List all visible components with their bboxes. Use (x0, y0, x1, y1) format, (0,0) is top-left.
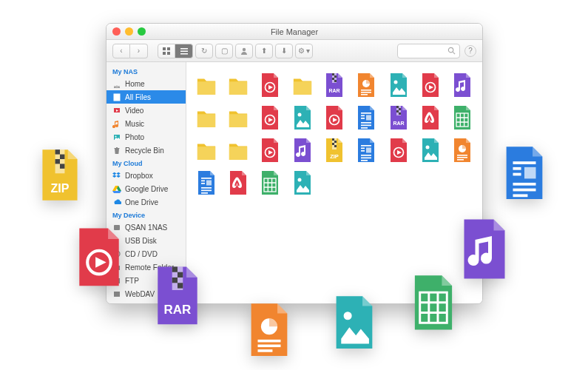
file-item-folder[interactable] (228, 73, 249, 98)
file-manager-window: File Manager ‹ › ↻ ▢ ⬆︎ ⬇︎ ⚙︎ ▾ ? My NAS… (106, 23, 483, 304)
svg-rect-31 (167, 47, 170, 50)
toolbar: ‹ › ↻ ▢ ⬆︎ ⬇︎ ⚙︎ ▾ ? (107, 40, 482, 62)
nav-back-button[interactable]: ‹ (112, 44, 130, 58)
floating-play-icon (74, 226, 124, 291)
file-item-pres[interactable] (452, 138, 473, 163)
refresh-button[interactable]: ↻ (195, 44, 213, 58)
nav-forward-button[interactable]: › (130, 44, 148, 58)
svg-point-43 (115, 136, 117, 138)
titlebar: File Manager (107, 24, 482, 40)
file-item-pdf[interactable] (228, 170, 249, 195)
sidebar-item-label: Photo (125, 133, 144, 141)
file-item-folder[interactable] (196, 105, 217, 130)
settings-button[interactable]: ⚙︎ ▾ (295, 44, 313, 58)
sidebar-item-label: One Drive (125, 198, 158, 206)
file-item-rar[interactable] (324, 73, 345, 98)
sidebar-item-label: QSAN 1NAS (125, 223, 167, 232)
file-item-play[interactable] (420, 73, 441, 98)
window-title: File Manager (107, 27, 482, 36)
svg-rect-32 (163, 52, 166, 55)
svg-point-38 (448, 47, 453, 52)
file-item-play[interactable] (260, 138, 280, 163)
home-icon (112, 79, 121, 88)
sidebar-item-label: All Files (125, 93, 151, 101)
sidebar-item-label: Google Drive (125, 185, 168, 193)
sidebar-header: My Device (107, 209, 186, 221)
onedrive-icon (112, 198, 121, 206)
svg-line-39 (453, 52, 455, 54)
sidebar-item-label: Dropbox (125, 172, 153, 180)
files-icon (112, 92, 121, 101)
file-item-sheet[interactable] (452, 105, 473, 130)
floating-music-icon (459, 218, 510, 283)
sidebar-item-one-drive[interactable]: One Drive (107, 195, 186, 209)
dropbox-icon (112, 171, 121, 180)
sidebar-header: My NAS (107, 65, 186, 77)
music-icon (112, 119, 121, 128)
webdav-icon (112, 289, 121, 298)
file-item-zip[interactable] (324, 138, 345, 163)
floating-image-icon (331, 295, 377, 353)
user-button[interactable] (235, 44, 253, 58)
download-button[interactable]: ⬇︎ (275, 44, 293, 58)
sidebar-item-dropbox[interactable]: Dropbox (107, 169, 186, 182)
file-item-pdf[interactable] (420, 105, 441, 130)
svg-rect-33 (167, 52, 170, 55)
floating-pres-icon (246, 302, 292, 360)
file-item-music[interactable] (452, 73, 473, 98)
sidebar-item-label: WebDAV (125, 290, 155, 298)
svg-rect-35 (180, 50, 188, 52)
svg-rect-49 (114, 292, 120, 297)
search-input[interactable] (397, 44, 460, 58)
folder-action-button[interactable]: ▢ (215, 44, 233, 58)
file-item-image[interactable] (292, 170, 313, 195)
svg-rect-40 (114, 94, 120, 101)
file-item-play[interactable] (388, 138, 409, 163)
sidebar-item-google-drive[interactable]: Google Drive (107, 182, 186, 195)
file-item-doc[interactable] (196, 170, 217, 195)
file-item-folder[interactable] (196, 138, 217, 163)
sidebar-item-video[interactable]: Video (107, 104, 186, 117)
file-item-image[interactable] (388, 73, 409, 98)
file-item-play[interactable] (260, 73, 280, 98)
file-item-doc[interactable] (356, 138, 376, 163)
file-item-play[interactable] (324, 105, 345, 130)
file-item-image[interactable] (420, 138, 441, 163)
trash-icon (112, 146, 121, 155)
sidebar-item-label: Recycle Bin (125, 147, 164, 155)
file-grid (186, 62, 482, 303)
svg-rect-36 (180, 53, 188, 55)
svg-rect-34 (180, 48, 188, 50)
view-icons-button[interactable] (158, 44, 175, 58)
file-item-folder[interactable] (292, 73, 313, 98)
video-icon (112, 106, 121, 115)
file-item-folder[interactable] (196, 73, 217, 98)
sidebar-item-photo[interactable]: Photo (107, 130, 186, 144)
file-item-pres[interactable] (356, 73, 376, 98)
file-item-sheet[interactable] (260, 170, 280, 195)
upload-button[interactable]: ⬆︎ (255, 44, 273, 58)
sidebar-item-music[interactable]: Music (107, 117, 186, 130)
sidebar-item-label: CD / DVD (125, 250, 158, 258)
view-list-button[interactable] (175, 44, 193, 58)
floating-doc-icon (501, 145, 547, 204)
file-item-rar[interactable] (388, 105, 409, 130)
sidebar-item-all-files[interactable]: All Files (107, 90, 186, 104)
file-item-doc[interactable] (356, 105, 376, 130)
floating-sheet-icon (410, 274, 457, 334)
file-item-music[interactable] (292, 138, 313, 163)
search-icon (447, 47, 456, 55)
help-button[interactable]: ? (464, 45, 476, 57)
sidebar-item-label: FTP (125, 277, 139, 285)
sidebar-item-label: Music (125, 120, 144, 128)
file-item-play[interactable] (260, 105, 280, 130)
sidebar-item-recycle-bin[interactable]: Recycle Bin (107, 144, 186, 157)
file-item-folder[interactable] (228, 138, 249, 163)
floating-rar-icon (152, 265, 203, 329)
svg-rect-30 (163, 47, 166, 50)
file-item-folder[interactable] (228, 105, 249, 130)
sidebar-item-label: Home (125, 80, 145, 88)
photo-icon (112, 132, 121, 141)
sidebar-item-home[interactable]: Home (107, 77, 186, 90)
file-item-image[interactable] (292, 105, 313, 130)
